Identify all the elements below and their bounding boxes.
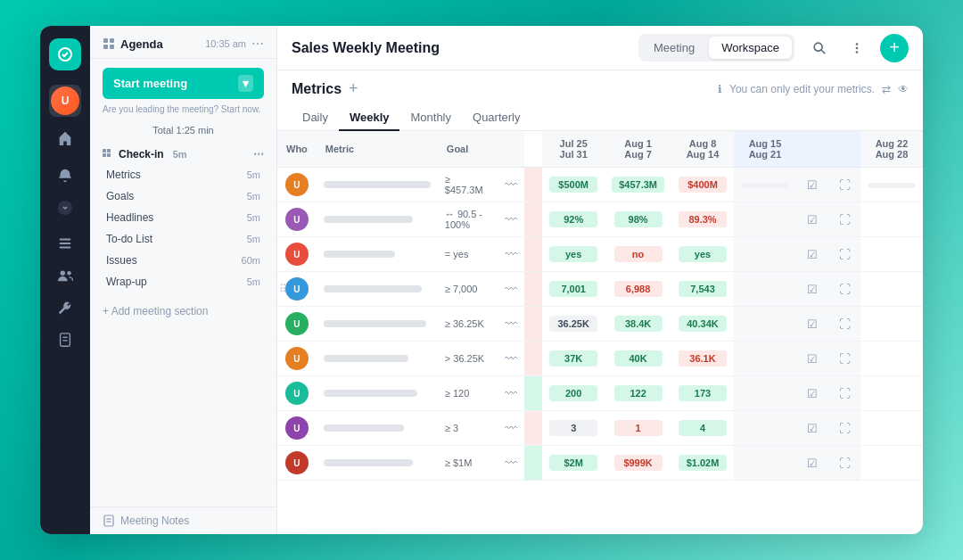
nav-item-avatar[interactable]: U: [49, 85, 81, 117]
svg-rect-16: [107, 153, 111, 157]
avatar: U: [285, 347, 309, 370]
edit-icon[interactable]: ☑: [803, 280, 821, 298]
cell-value: 98%: [614, 211, 663, 227]
table-row: U ↔ 90.5 - 100% 〰 92% 98% 89.3% ☑ ⛶: [277, 202, 923, 237]
sidebar-item-metrics[interactable]: Metrics 5m: [103, 164, 264, 185]
link-icon[interactable]: ⛶: [835, 350, 853, 367]
metrics-title: Metrics: [292, 81, 342, 97]
tab-meeting[interactable]: Meeting: [641, 37, 707, 59]
avatar: U: [285, 451, 309, 474]
nav-item-list[interactable]: [49, 227, 81, 259]
col-aug15: Aug 15Aug 21: [734, 131, 796, 168]
avatar: U: [285, 208, 309, 231]
svg-rect-12: [110, 45, 114, 49]
topbar: Sales Weekly Meeting Meeting Workspace +: [277, 26, 923, 70]
avatar: U: [285, 243, 309, 266]
dropdown-icon: ▾: [238, 75, 253, 92]
nav-item-people[interactable]: [49, 259, 81, 292]
topbar-icons: +: [805, 34, 909, 62]
avatar: U: [285, 416, 309, 440]
period-tab-monthly[interactable]: Monthly: [399, 105, 462, 131]
col-aug1: Aug 1Aug 7: [605, 131, 671, 168]
meeting-notes-button[interactable]: Meeting Notes: [90, 506, 276, 534]
section-options-icon[interactable]: ⋯: [253, 148, 264, 161]
cell-value: yes: [549, 246, 597, 262]
table-row: ⠿ U ≥ 7,000 〰 7,001 6,988 7,543 ☑: [277, 272, 923, 307]
svg-rect-1: [60, 239, 71, 241]
edit-icon[interactable]: ☑: [803, 350, 821, 367]
cell-value: 122: [614, 385, 663, 401]
table-row: U ≥ 3 〰 3 1 4 ☑ ⛶: [277, 411, 923, 446]
nav-item-docs[interactable]: [49, 324, 81, 356]
refresh-icon[interactable]: ⇄: [882, 83, 891, 95]
trend-icon: 〰: [505, 177, 517, 192]
sidebar-item-issues[interactable]: Issues 60m: [103, 250, 264, 271]
link-icon[interactable]: ⛶: [835, 176, 853, 194]
svg-line-21: [821, 50, 825, 54]
add-button[interactable]: +: [880, 34, 909, 62]
cell-value: 6,988: [614, 281, 663, 297]
cell-value: $2M: [549, 455, 597, 471]
svg-point-4: [61, 271, 65, 276]
nav-item-tools[interactable]: [49, 292, 81, 324]
link-icon[interactable]: ⛶: [835, 315, 853, 333]
sidebar-item-goals[interactable]: Goals 5m: [103, 185, 264, 207]
link-icon[interactable]: ⛶: [835, 245, 853, 263]
start-meeting-button[interactable]: Start meeting ▾: [103, 68, 264, 99]
metrics-add-button[interactable]: +: [349, 79, 358, 98]
col-jul25: Jul 25Jul 31: [542, 131, 605, 168]
user-avatar: U: [51, 86, 79, 115]
svg-rect-17: [104, 515, 113, 526]
sidebar-item-todo[interactable]: To-do List 5m: [103, 228, 264, 250]
period-tab-daily[interactable]: Daily: [292, 105, 339, 131]
sidebar-item-headlines[interactable]: Headlines 5m: [103, 207, 264, 228]
svg-point-22: [856, 43, 859, 45]
edit-icon[interactable]: ☑: [803, 384, 821, 402]
edit-icon[interactable]: ☑: [803, 210, 821, 228]
svg-point-20: [814, 43, 822, 51]
info-icon: ℹ: [718, 83, 722, 95]
svg-point-23: [856, 46, 859, 49]
svg-rect-2: [60, 243, 71, 244]
add-section-button[interactable]: + Add meeting section: [90, 298, 276, 325]
edit-icon[interactable]: ☑: [803, 245, 821, 263]
search-button[interactable]: [805, 34, 834, 62]
drag-handle[interactable]: ⠿: [279, 283, 287, 295]
edit-icon[interactable]: ☑: [803, 176, 821, 194]
link-icon[interactable]: ⛶: [835, 210, 853, 228]
cell-value: 173: [679, 385, 727, 401]
nav-item-home[interactable]: [49, 122, 81, 154]
table-row: U ≥ 120 〰 200 122 173 ☑ ⛶: [277, 376, 923, 411]
svg-rect-9: [103, 38, 108, 43]
sidebar-item-wrapup[interactable]: Wrap-up 5m: [103, 271, 264, 292]
link-icon[interactable]: ⛶: [835, 384, 853, 402]
cell-value: 40K: [614, 350, 663, 366]
link-icon[interactable]: ⛶: [835, 419, 853, 437]
period-tab-quarterly[interactable]: Quarterly: [462, 105, 531, 131]
nav-collapse[interactable]: [58, 201, 72, 215]
link-icon[interactable]: ⛶: [835, 454, 853, 472]
sidebar: Agenda 10:35 am ⋯ Start meeting ▾ Are yo…: [90, 26, 277, 534]
svg-rect-15: [103, 153, 106, 157]
sidebar-options-icon[interactable]: ⋯: [251, 37, 264, 51]
period-tab-weekly[interactable]: Weekly: [339, 105, 400, 131]
trend-icon: 〰: [505, 282, 517, 296]
sidebar-section-checkin: Check-in 5m ⋯ Metrics 5m Goals 5m Headli…: [90, 143, 276, 298]
nav-item-bell[interactable]: [49, 160, 81, 192]
link-icon[interactable]: ⛶: [835, 280, 853, 298]
tab-group: Meeting Workspace: [638, 34, 794, 62]
avatar: U: [285, 173, 309, 196]
tab-workspace[interactable]: Workspace: [709, 37, 792, 59]
edit-icon[interactable]: ☑: [803, 315, 821, 333]
edit-icon[interactable]: ☑: [803, 454, 821, 472]
edit-icon[interactable]: ☑: [803, 419, 821, 437]
col-aug22: Aug 22Aug 28: [860, 131, 923, 168]
eye-icon[interactable]: 👁: [898, 83, 909, 95]
more-options-button[interactable]: [843, 34, 871, 62]
table-row: U ≥ $457.3M 〰 $500M $457.3M $400M ☑ ⛶: [277, 168, 923, 202]
col-goal: Goal: [438, 131, 498, 168]
cell-value: 3: [549, 420, 597, 436]
svg-rect-3: [60, 247, 71, 249]
cell-value: $1.02M: [679, 455, 727, 471]
sidebar-time: 10:35 am: [205, 38, 246, 49]
